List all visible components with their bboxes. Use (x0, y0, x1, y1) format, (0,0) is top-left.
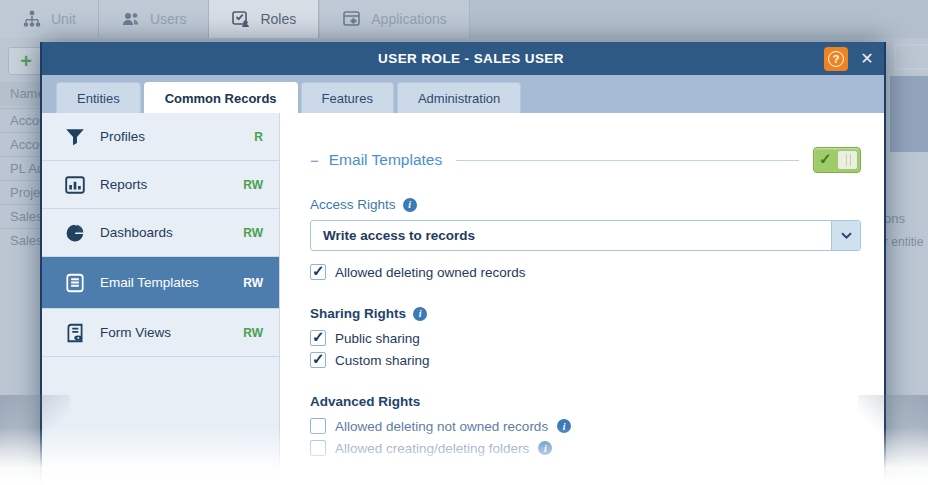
access-rights-selected-value: Write access to records (311, 221, 831, 250)
dialog-body: Profiles R Reports RW Dashboards RW Emai… (42, 113, 884, 485)
tab-features[interactable]: Features (301, 82, 394, 113)
access-rights-select[interactable]: Write access to records (310, 220, 861, 251)
tab-entities[interactable]: Entities (56, 82, 141, 113)
sidebar-item-profiles[interactable]: Profiles R (42, 113, 279, 161)
checkbox-icon[interactable] (310, 352, 326, 368)
bg-tab-users-label: Users (150, 11, 187, 27)
email-template-icon (64, 273, 86, 293)
rights-badge: RW (243, 326, 263, 340)
settings-panel: − Email Templates ✓ Access Rights i Writ… (280, 113, 884, 485)
checkbox-label: Custom sharing (335, 353, 430, 368)
tab-common-records[interactable]: Common Records (144, 82, 298, 113)
advanced-rights-header: Advanced Rights (310, 394, 861, 409)
bg-text-fragment: ons (884, 211, 928, 226)
info-icon[interactable]: i (403, 198, 417, 212)
rights-badge: RW (243, 178, 263, 192)
bg-tab-users[interactable]: Users (99, 0, 210, 38)
help-button[interactable]: ? (824, 47, 848, 71)
roles-icon (231, 10, 251, 28)
section-header-row: − Email Templates ✓ (310, 147, 861, 173)
bg-tab-unit-label: Unit (51, 11, 76, 27)
sidebar-item-email-templates[interactable]: Email Templates RW (42, 257, 279, 309)
pie-chart-icon (64, 223, 86, 243)
bg-search-input[interactable]: S (894, 44, 928, 70)
section-divider (456, 160, 799, 161)
plus-icon: + (20, 50, 32, 73)
bg-tab-roles[interactable]: Roles (209, 0, 319, 38)
sidebar-item-label: Profiles (100, 129, 254, 144)
rights-badge: R (254, 130, 263, 144)
section-title: Email Templates (329, 151, 442, 169)
dialog-header: USER ROLE - SALES USER ? ✕ (42, 42, 884, 75)
email-templates-toggle[interactable]: ✓ (813, 147, 861, 173)
rights-badge: RW (243, 226, 263, 240)
checkbox-allowed-deleting-not-owned[interactable]: Allowed deleting not owned records i (310, 418, 861, 434)
checkbox-label: Public sharing (335, 331, 420, 346)
access-rights-label: Access Rights (310, 197, 396, 212)
sidebar-item-form-views[interactable]: Form Views RW (42, 309, 279, 357)
checkbox-label: Allowed deleting not owned records (335, 419, 548, 434)
bg-right-panel (890, 76, 928, 152)
sidebar-item-label: Dashboards (100, 225, 243, 240)
user-role-dialog: USER ROLE - SALES USER ? ✕ Entities Comm… (40, 42, 886, 485)
sidebar-item-label: Email Templates (100, 275, 243, 290)
bg-tab-roles-label: Roles (260, 11, 296, 27)
sidebar-item-label: Form Views (100, 325, 243, 340)
screenshot-stage: Unit Users Roles Applications + Name Acc… (0, 0, 928, 485)
sidebar-item-dashboards[interactable]: Dashboards RW (42, 209, 279, 257)
rights-badge: RW (243, 276, 263, 290)
dialog-tabbar: Entities Common Records Features Adminis… (42, 75, 884, 113)
checkbox-label: Allowed deleting owned records (335, 265, 526, 280)
tab-administration[interactable]: Administration (397, 82, 521, 113)
sidebar-item-reports[interactable]: Reports RW (42, 161, 279, 209)
dialog-title: USER ROLE - SALES USER (118, 51, 824, 66)
filter-icon (64, 127, 86, 147)
checkbox-allowed-deleting-owned[interactable]: Allowed deleting owned records (310, 264, 861, 280)
checkbox-icon[interactable] (310, 418, 326, 434)
collapse-dash-icon[interactable]: − (310, 152, 319, 169)
org-chart-icon (22, 10, 42, 28)
background-top-tabbar: Unit Users Roles Applications (0, 0, 928, 38)
form-view-icon (64, 323, 86, 343)
checkbox-label: Allowed creating/deleting folders (335, 441, 529, 456)
applications-icon (342, 10, 362, 28)
users-icon (121, 10, 141, 28)
info-icon[interactable]: i (413, 307, 427, 321)
bg-tab-unit[interactable]: Unit (0, 0, 99, 38)
bg-tab-applications-label: Applications (371, 11, 447, 27)
checkbox-custom-sharing[interactable]: Custom sharing (310, 352, 861, 368)
bar-chart-icon (64, 175, 86, 195)
info-icon[interactable]: i (557, 419, 571, 433)
bg-tab-applications[interactable]: Applications (320, 0, 470, 38)
checkbox-public-sharing[interactable]: Public sharing (310, 330, 861, 346)
sharing-rights-header: Sharing Rights i (310, 306, 861, 321)
sidebar-item-label: Reports (100, 177, 243, 192)
close-icon: ✕ (860, 49, 873, 68)
dialog-sidebar: Profiles R Reports RW Dashboards RW Emai… (42, 113, 280, 485)
toggle-check-icon: ✓ (819, 150, 832, 168)
checkbox-icon[interactable] (310, 440, 326, 456)
advanced-rights-label: Advanced Rights (310, 394, 420, 409)
close-button[interactable]: ✕ (856, 48, 878, 70)
checkbox-icon[interactable] (310, 330, 326, 346)
bg-text-fragment: r entitie (884, 235, 928, 249)
sharing-rights-label: Sharing Rights (310, 306, 406, 321)
access-rights-label-row: Access Rights i (310, 197, 861, 212)
toggle-knob (837, 150, 858, 170)
chevron-down-icon[interactable] (831, 221, 860, 250)
question-icon: ? (828, 51, 844, 67)
checkbox-allowed-creating-folders[interactable]: Allowed creating/deleting folders i (310, 440, 861, 456)
checkbox-icon[interactable] (310, 264, 326, 280)
create-record-button[interactable]: + (8, 47, 44, 75)
info-icon[interactable]: i (538, 441, 552, 455)
